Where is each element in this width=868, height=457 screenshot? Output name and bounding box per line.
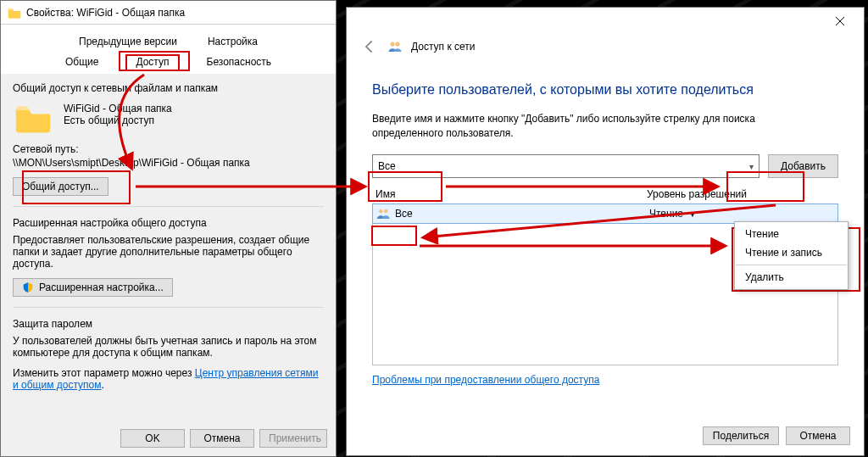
row-name: Все (395, 208, 649, 220)
password-desc: У пользователей должны быть учетная запи… (13, 335, 324, 359)
svg-point-3 (384, 209, 388, 214)
permission-menu: Чтение Чтение и запись Удалить (734, 221, 849, 290)
folder-name: WiFiGid - Общая папка (64, 103, 172, 114)
netpath-label: Сетевой путь: (13, 143, 324, 155)
svg-point-2 (379, 209, 383, 214)
tabs: Предыдущие версии Настройка Общие Доступ… (1, 25, 336, 74)
folder-icon (8, 7, 21, 19)
tab-previous-versions[interactable]: Предыдущие версии (75, 34, 181, 49)
advanced-sharing-label: Расширенная настройка... (39, 281, 164, 293)
svg-point-1 (395, 42, 399, 46)
nav-title: Доступ к сети (411, 41, 475, 53)
cancel-button[interactable]: Отмена (190, 429, 254, 448)
divider (13, 206, 324, 207)
shield-icon (22, 281, 34, 293)
advanced-label: Расширенная настройка общего доступа (13, 217, 324, 229)
column-name[interactable]: Имя (376, 188, 647, 200)
sharing-problems-link[interactable]: Проблемы при предоставлении общего досту… (372, 374, 599, 386)
people-icon (387, 39, 403, 54)
tab-security[interactable]: Безопасность (203, 54, 275, 71)
dialog-heading: Выберите пользователей, с которыми вы хо… (372, 82, 838, 98)
instruction-line-2: определенного пользователя. (372, 127, 838, 139)
close-button[interactable] (823, 9, 857, 33)
password-change-line: Изменить этот параметр можно через Центр… (13, 367, 324, 391)
advanced-desc: Предоставляет пользовательские разрешени… (13, 234, 324, 270)
instruction-line-1: Введите имя и нажмите кнопку "Добавить" … (372, 113, 838, 125)
tab-configure[interactable]: Настройка (204, 34, 261, 49)
chevron-down-icon[interactable]: ▼ (688, 209, 697, 219)
list-row[interactable]: Все Чтение ▼ (373, 204, 837, 223)
svg-point-0 (390, 42, 394, 46)
row-permission-level: Чтение (649, 208, 683, 220)
perm-readwrite[interactable]: Чтение и запись (735, 243, 848, 262)
titlebar[interactable]: Свойства: WiFiGid - Общая папка (1, 1, 336, 25)
perm-read[interactable]: Чтение (735, 225, 848, 243)
share-status: Есть общий доступ (64, 114, 172, 126)
titlebar (347, 8, 864, 35)
cancel-button[interactable]: Отмена (786, 426, 850, 445)
back-icon[interactable] (362, 38, 379, 55)
window-title: Свойства: WiFiGid - Общая папка (26, 7, 185, 19)
user-list: Все Чтение ▼ Чтение Чтение и запись Удал… (372, 204, 838, 365)
list-header: Имя Уровень разрешений (372, 185, 838, 204)
netpath-value: \\MON\Users\smipt\Desktop\WiFiGid - Обща… (13, 157, 324, 169)
network-share-dialog: Доступ к сети Выберите пользователей, с … (346, 7, 865, 456)
share-section-label: Общий доступ к сетевым файлам и папкам (13, 82, 324, 94)
tab-sharing[interactable]: Доступ (125, 54, 179, 71)
divider (13, 307, 324, 308)
apply-button[interactable]: Применить (259, 429, 327, 448)
share-button[interactable]: Общий доступ... (13, 177, 108, 196)
user-combobox[interactable]: Все ▾ (372, 154, 760, 178)
advanced-sharing-button[interactable]: Расширенная настройка... (13, 278, 173, 297)
password-label: Защита паролем (13, 318, 324, 330)
properties-dialog: Свойства: WiFiGid - Общая папка Предыдущ… (0, 0, 337, 457)
tab-general[interactable]: Общие (62, 54, 102, 71)
share-button[interactable]: Поделиться (703, 426, 779, 445)
combobox-value: Все (378, 160, 396, 172)
column-permission-level[interactable]: Уровень разрешений (647, 188, 835, 200)
chevron-down-icon[interactable]: ▾ (749, 162, 754, 171)
group-icon (376, 207, 392, 220)
folder-icon (14, 103, 52, 135)
add-button[interactable]: Добавить (768, 154, 838, 178)
close-icon (835, 16, 845, 26)
perm-remove[interactable]: Удалить (735, 268, 848, 287)
ok-button[interactable]: OK (120, 429, 185, 448)
